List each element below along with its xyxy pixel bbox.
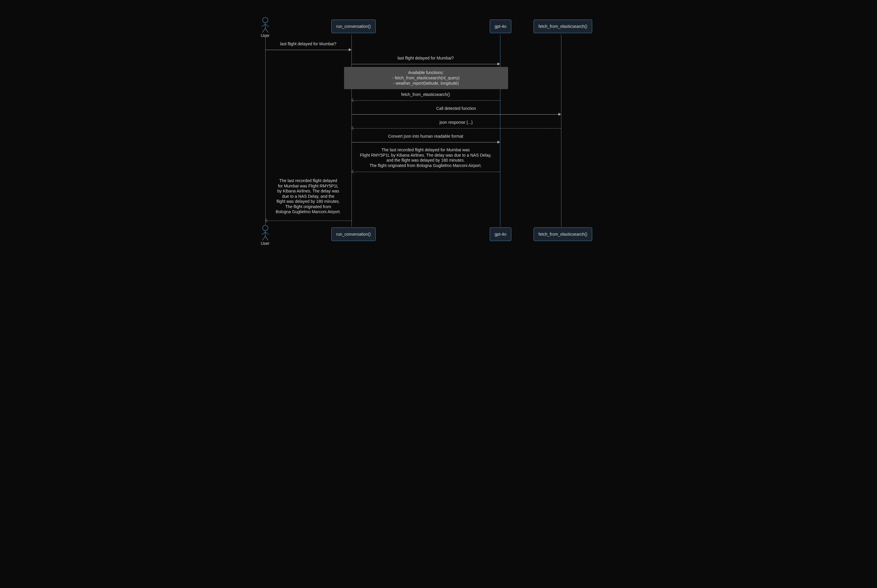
participant-fetch-es-bottom: fetch_from_elasticsearch() <box>534 227 592 241</box>
lifeline-gpt4o <box>500 34 501 226</box>
participant-gpt4o-top: gpt-4o <box>490 20 512 33</box>
m8-line-1: The last recorded flight delayed <box>265 178 351 184</box>
arrowhead-m1 <box>349 48 351 51</box>
arrow-m5 <box>352 128 561 129</box>
arrow-m4 <box>351 114 558 115</box>
arrowhead-m3 <box>351 98 355 102</box>
svg-line-4 <box>262 28 265 33</box>
arrowhead-m4 <box>558 113 561 116</box>
participant-run-conversation-bottom: run_conversation() <box>331 227 376 241</box>
svg-line-10 <box>262 236 265 240</box>
svg-line-9 <box>265 232 269 234</box>
actor-user-bottom: User <box>256 225 274 246</box>
note-available-functions: Available functions: - fetch_from_elasti… <box>344 67 508 89</box>
m8-line-7: Bologna Guglielmo Marconi Airport. <box>265 209 351 214</box>
msg-json-response: json response {...} <box>351 120 561 124</box>
note-line-2: - fetch_from_elasticsearch(nl_query) <box>348 75 504 81</box>
svg-line-11 <box>265 236 268 240</box>
msg-tool-choice: fetch_from_elasticsearch() <box>351 92 500 97</box>
svg-line-3 <box>265 24 269 27</box>
arrow-m8 <box>267 220 351 221</box>
lifeline-run-conversation <box>351 34 352 226</box>
arrow-m6 <box>351 142 498 142</box>
m8-line-3: by Kibana Airlines. The delay was <box>265 189 351 194</box>
actor-user-top: User <box>256 17 274 38</box>
user-icon <box>261 225 270 240</box>
svg-point-0 <box>262 18 268 23</box>
m7-line-3: and the flight was delayed by 180 minute… <box>351 158 500 163</box>
m8-line-2: for Mumbai was Flight RMY5P1L <box>265 184 351 189</box>
m7-line-1: The last recorded flight delayed for Mum… <box>351 147 500 153</box>
actor-user-label-top: User <box>256 33 274 38</box>
arrowhead-m2 <box>498 63 500 65</box>
participant-gpt4o-bottom: gpt-4o <box>490 227 512 241</box>
lifeline-fetch-es <box>561 34 561 226</box>
svg-line-2 <box>262 24 265 27</box>
svg-line-8 <box>262 232 265 234</box>
note-line-1: Available functions: <box>348 70 504 75</box>
sequence-diagram: User run_conversation() gpt-4o fetch_fro… <box>237 0 641 271</box>
arrowhead-m7 <box>351 170 355 174</box>
m8-line-6: The flight originated from <box>265 204 351 210</box>
note-line-3: - weather_report(latitude, longitude) <box>348 81 504 86</box>
actor-user-label-bottom: User <box>256 241 274 246</box>
msg-forward-query: last flight delayed for Mumbai? <box>351 56 500 60</box>
participant-run-conversation-top: run_conversation() <box>331 20 376 33</box>
m7-line-4: The flight originated from Bologna Gugli… <box>351 163 500 168</box>
m8-line-5: flight was delayed by 180 minutes. <box>265 199 351 204</box>
arrowhead-m8 <box>265 219 269 222</box>
arrowhead-m5 <box>351 126 355 130</box>
msg-convert-json: Convert json into human readable format <box>351 134 500 138</box>
msg-final-answer-internal: The last recorded flight delayed for Mum… <box>351 147 500 168</box>
m8-line-4: due to a NAS Delay, and the <box>265 194 351 199</box>
msg-user-query: last flight delayed for Mumbai? <box>265 42 351 46</box>
msg-call-function: Call detected function <box>351 106 561 111</box>
msg-final-answer-user: The last recorded flight delayed for Mum… <box>265 178 351 214</box>
m7-line-2: Flight RMY5P1L by Kibana Airlines. The d… <box>351 153 500 158</box>
participant-fetch-es-top: fetch_from_elasticsearch() <box>534 20 592 33</box>
arrowhead-m6 <box>498 141 500 144</box>
svg-line-5 <box>265 28 268 33</box>
svg-point-6 <box>262 225 268 231</box>
user-icon <box>261 17 270 33</box>
arrow-m7 <box>352 172 500 172</box>
